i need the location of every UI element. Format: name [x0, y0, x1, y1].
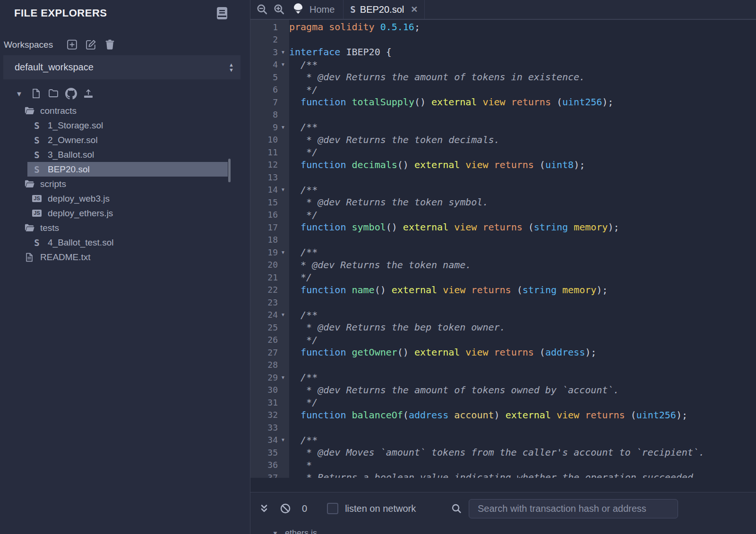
- workspaces-toolbar: Workspaces: [4, 39, 123, 51]
- code-line: * @dev Returns the token decimals.: [289, 134, 756, 146]
- tree-item-deploy-ethers-js[interactable]: JSdeploy_ethers.js: [0, 206, 250, 220]
- code-line: * Returns a boolean value indicating whe…: [289, 471, 756, 478]
- new-folder-icon[interactable]: [48, 88, 59, 99]
- code-line: [289, 34, 756, 46]
- fold-arrow-icon[interactable]: ▼: [278, 375, 288, 380]
- code-line: [289, 421, 756, 434]
- listen-on-network-label[interactable]: listen on network: [345, 503, 416, 514]
- code-line: interface IBEP20 {: [289, 46, 756, 59]
- tab-home[interactable]: Home: [289, 0, 343, 19]
- tree-item-label: 1_Storage.sol: [48, 120, 103, 131]
- tree-item-label: deploy_ethers.js: [48, 208, 113, 219]
- tree-item-2-owner-sol[interactable]: S2_Owner.sol: [0, 133, 250, 147]
- fold-arrow-icon[interactable]: ▼: [278, 50, 288, 55]
- code-line: * @dev Returns the amount of tokens in e…: [289, 71, 756, 84]
- code-line: [289, 171, 756, 184]
- tab-home-label: Home: [309, 4, 335, 15]
- code-line: [289, 109, 756, 121]
- tab-bep20[interactable]: S BEP20.sol ✕: [344, 0, 424, 19]
- solidity-file-icon: S: [31, 164, 43, 175]
- line-number: 31: [250, 398, 278, 407]
- tree-toolbar: ▼: [16, 88, 100, 99]
- upload-icon[interactable]: [83, 88, 94, 99]
- line-number: 1: [250, 22, 278, 32]
- tree-item-label: README.txt: [40, 252, 91, 263]
- tree-item-deploy-web3-js[interactable]: JSdeploy_web3.js: [0, 191, 250, 206]
- clear-console-icon[interactable]: [280, 503, 291, 514]
- tree-item-label: scripts: [40, 179, 66, 189]
- fold-arrow-icon[interactable]: ▼: [278, 250, 288, 255]
- code-line: /**: [289, 434, 756, 447]
- remix-ide-window: FILE EXPLORERS Workspaces: [0, 0, 756, 534]
- code-line: * @dev Returns the bep token owner.: [289, 321, 756, 334]
- transaction-search-input[interactable]: [469, 499, 678, 518]
- line-number: 23: [250, 297, 278, 307]
- delete-workspace-icon[interactable]: [104, 39, 116, 51]
- code-line: */: [289, 271, 756, 284]
- code-line: function getOwner() external view return…: [289, 346, 756, 359]
- book-icon[interactable]: [215, 6, 229, 20]
- line-number: 33: [250, 423, 278, 432]
- terminal-log-line[interactable]: ▼ ethers.js: [272, 528, 317, 534]
- tab-bar: Home S BEP20.sol ✕: [250, 0, 756, 20]
- tree-item-scripts[interactable]: scripts: [0, 177, 250, 191]
- tree-item-1-storage-sol[interactable]: S1_Storage.sol: [0, 118, 250, 133]
- line-number: 24: [250, 310, 278, 320]
- line-number: 14: [250, 185, 278, 195]
- code-line: /**: [289, 371, 756, 384]
- zoom-out-icon[interactable]: [256, 3, 268, 16]
- code-area[interactable]: pragma solidity 0.5.16;interface IBEP20 …: [289, 20, 756, 478]
- sidebar-scrollbar[interactable]: [228, 159, 231, 182]
- line-number: 20: [250, 260, 278, 270]
- line-number: 17: [250, 222, 278, 232]
- github-icon[interactable]: [65, 88, 77, 99]
- line-number: 13: [250, 172, 278, 182]
- code-line: */: [289, 84, 756, 96]
- tree-item-contracts[interactable]: contracts: [0, 103, 250, 118]
- code-line: function name() external view returns (s…: [289, 284, 756, 297]
- tree-item-4-ballot-test-sol[interactable]: S4_Ballot_test.sol: [0, 235, 250, 250]
- tree-item-label: 3_Ballot.sol: [48, 150, 94, 160]
- solidity-file-icon: S: [31, 135, 43, 146]
- zoom-in-icon[interactable]: [273, 3, 285, 16]
- remix-logo-icon: [291, 1, 305, 17]
- workspaces-label: Workspaces: [4, 40, 53, 50]
- transaction-count: 0: [302, 503, 307, 514]
- line-number: 29: [250, 373, 278, 382]
- new-file-icon[interactable]: [30, 88, 42, 99]
- editor-gutter: 123▼4▼56789▼1011121314▼1516171819▼202122…: [250, 20, 289, 478]
- folder-icon: [24, 222, 35, 234]
- tree-item-3-ballot-sol[interactable]: S3_Ballot.sol: [0, 147, 250, 162]
- line-number: 28: [250, 360, 278, 370]
- line-number: 3: [250, 47, 278, 57]
- code-line: /**: [289, 184, 756, 196]
- line-number: 26: [250, 335, 278, 345]
- tree-item-readme-txt[interactable]: README.txt: [0, 250, 250, 264]
- listen-on-network-checkbox[interactable]: [327, 503, 338, 514]
- terminal-log-text: ethers.js: [285, 528, 317, 534]
- close-icon[interactable]: ✕: [411, 4, 418, 15]
- tree-item-label: tests: [40, 223, 59, 233]
- fold-arrow-icon[interactable]: ▼: [278, 187, 288, 192]
- fold-arrow-icon[interactable]: ▼: [278, 312, 288, 317]
- chevron-down-icon: ▼: [272, 530, 278, 534]
- line-number: 19: [250, 247, 278, 257]
- rename-workspace-icon[interactable]: [85, 39, 97, 51]
- solidity-file-icon: S: [350, 4, 355, 15]
- collapse-tree-icon[interactable]: ▼: [16, 90, 23, 98]
- workspace-select[interactable]: default_workspace ▲▼: [3, 55, 241, 79]
- fold-arrow-icon[interactable]: ▼: [278, 125, 288, 130]
- terminal: 0 listen on network ▼ ethers.js: [250, 492, 756, 534]
- tree-item-tests[interactable]: tests: [0, 220, 250, 235]
- code-line: * @dev Returns the token symbol.: [289, 196, 756, 209]
- create-workspace-icon[interactable]: [66, 39, 78, 51]
- folder-icon: [24, 178, 35, 190]
- folder-icon: [24, 105, 35, 117]
- line-number: 35: [250, 448, 278, 458]
- select-carets-icon: ▲▼: [229, 63, 234, 72]
- expand-terminal-icon[interactable]: [258, 503, 270, 514]
- tree-item-label: 4_Ballot_test.sol: [48, 237, 113, 248]
- fold-arrow-icon[interactable]: ▼: [278, 437, 288, 442]
- tree-item-bep20-sol[interactable]: SBEP20.sol: [27, 162, 228, 177]
- fold-arrow-icon[interactable]: ▼: [278, 62, 288, 67]
